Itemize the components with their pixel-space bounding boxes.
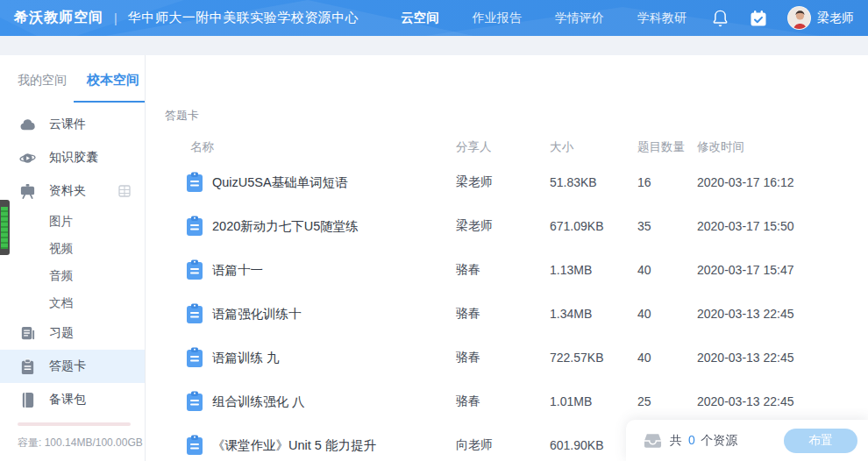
table-row[interactable]: 语篇强化训练十 骆春 1.34MB 40 2020-03-13 22:45 [165, 292, 868, 336]
row-modified-time: 2020-03-13 22:45 [697, 307, 868, 321]
row-size: 601.90KB [550, 438, 637, 452]
active-tab-underline [74, 101, 145, 103]
row-sharer: 骆春 [456, 350, 550, 365]
user-avatar[interactable] [787, 6, 811, 30]
storage-capacity-text: 容量: 100.14MB/100.00GB [18, 436, 131, 450]
answer-sheet-doc-icon [186, 216, 203, 237]
answer-sheet-doc-icon [186, 435, 203, 456]
edge-widget-stripes [1, 207, 8, 249]
sidebar-subitem-label: 图片 [49, 214, 73, 230]
row-modified-time: 2020-03-17 15:50 [697, 219, 868, 233]
count-prefix: 共 [670, 433, 682, 447]
app-logo: 希沃教师空间 [14, 9, 103, 27]
row-size: 51.83KB [550, 175, 637, 189]
answer-sheet-icon [19, 358, 36, 375]
table-row[interactable]: 2020新动力七下U5随堂练 梁老师 671.09KB 35 2020-03-1… [165, 204, 868, 248]
row-name: 2020新动力七下U5随堂练 [212, 218, 359, 235]
sidebar-menu: 云课件 知识胶囊 资料夹 图片 [0, 103, 145, 416]
column-header-sharer: 分享人 [456, 139, 550, 155]
table-row[interactable]: QuizU5SA基础单词短语 梁老师 51.83KB 16 2020-03-17… [165, 160, 868, 204]
count-suffix: 个资源 [701, 433, 738, 447]
row-sharer: 骆春 [456, 306, 550, 322]
row-name: 《课堂作业》Unit 5 能力提升 [212, 437, 376, 454]
main-area: 我的空间 校本空间 云课件 知识胶囊 资料夹 [0, 55, 868, 461]
sidebar-item-images[interactable]: 图片 [0, 208, 145, 235]
row-name: 语篇训练 九 [212, 350, 280, 366]
exercise-icon [19, 325, 36, 342]
row-sharer: 骆春 [456, 394, 550, 409]
row-question-count: 16 [637, 175, 697, 189]
username-label[interactable]: 梁老师 [817, 11, 854, 26]
row-sharer: 向老师 [456, 437, 550, 453]
row-name: 语篇十一 [212, 262, 263, 279]
answer-sheet-doc-icon [186, 391, 203, 412]
column-header-size: 大小 [550, 139, 637, 155]
sidebar-item-label: 习题 [49, 325, 74, 341]
screen-edge-widget[interactable] [0, 200, 10, 255]
table-header: 名称 分享人 大小 题目数量 修改时间 [165, 139, 868, 155]
sidebar-item-label: 备课包 [49, 392, 86, 408]
row-size: 1.13MB [550, 263, 637, 277]
row-size: 1.34MB [550, 307, 637, 321]
row-question-count: 40 [637, 307, 697, 321]
assign-button[interactable]: 布置 [784, 429, 857, 453]
school-name: 华中师大一附中美联实验学校资源中心 [128, 10, 359, 26]
row-size: 722.57KB [550, 351, 637, 365]
lesson-pack-icon [19, 392, 36, 408]
calendar-check-icon[interactable] [749, 9, 768, 28]
top-navbar: 希沃教师空间 | 华中师大一附中美联实验学校资源中心 云空间 作业报告 学情评价… [0, 0, 868, 36]
sidebar: 我的空间 校本空间 云课件 知识胶囊 资料夹 [0, 55, 146, 461]
row-sharer: 梁老师 [456, 174, 550, 190]
row-question-count: 25 [637, 394, 697, 408]
sidebar-item-videos[interactable]: 视频 [0, 235, 145, 262]
nav-subject-research[interactable]: 学科教研 [637, 11, 687, 26]
nav-homework-report[interactable]: 作业报告 [473, 11, 522, 26]
sidebar-item-exercises[interactable]: 习题 [0, 316, 145, 350]
sidebar-item-label: 答题卡 [49, 358, 86, 374]
row-question-count: 40 [637, 263, 697, 277]
nav-learning-evaluation[interactable]: 学情评价 [555, 11, 604, 26]
inbox-icon [644, 433, 662, 449]
column-header-modified-time: 修改时间 [697, 139, 868, 155]
row-question-count: 35 [637, 219, 697, 233]
sidebar-item-documents[interactable]: 文档 [0, 289, 145, 316]
row-sharer: 梁老师 [456, 218, 550, 234]
storage-footer: 容量: 100.14MB/100.00GB [0, 422, 145, 461]
table-row[interactable]: 组合训练强化 八 骆春 1.01MB 25 2020-03-13 22:45 [165, 379, 868, 423]
capacity-value: 100.14MB/100.00GB [45, 436, 143, 449]
sidebar-item-material-folder[interactable]: 资料夹 [0, 174, 145, 208]
row-sharer: 骆春 [456, 262, 550, 278]
sidebar-item-audio[interactable]: 音频 [0, 262, 145, 289]
sidebar-item-cloud-courseware[interactable]: 云课件 [0, 108, 145, 141]
sidebar-item-knowledge-capsule[interactable]: 知识胶囊 [0, 141, 145, 174]
answer-sheet-doc-icon [186, 172, 203, 193]
row-modified-time: 2020-03-17 16:12 [697, 175, 868, 189]
table-row[interactable]: 语篇训练 九 骆春 722.57KB 40 2020-03-13 22:45 [165, 336, 868, 379]
bell-icon[interactable] [710, 9, 729, 28]
content-panel: 答题卡 名称 分享人 大小 题目数量 修改时间 QuizU5SA基础单词短语 梁… [146, 55, 868, 461]
grid-view-icon[interactable] [118, 185, 131, 197]
answer-sheet-doc-icon [186, 259, 203, 280]
capacity-label: 容量: [18, 436, 41, 449]
tab-my-space[interactable]: 我的空间 [18, 73, 67, 103]
row-name: 语篇强化训练十 [212, 306, 302, 323]
row-name: 组合训练强化 八 [212, 394, 305, 410]
sidebar-item-lesson-pack[interactable]: 备课包 [0, 383, 145, 416]
row-modified-time: 2020-03-17 15:47 [697, 263, 868, 277]
top-nav: 云空间 作业报告 学情评价 学科教研 [401, 10, 687, 26]
material-board-icon [19, 183, 36, 200]
resource-count-text: 共 0 个资源 [670, 433, 738, 449]
resource-count: 0 [688, 433, 695, 447]
sidebar-item-answer-sheet[interactable]: 答题卡 [0, 350, 145, 383]
answer-sheet-doc-icon [186, 347, 203, 368]
breadcrumb: 答题卡 [165, 55, 868, 124]
storage-capacity-bar [18, 422, 131, 426]
space-tabs: 我的空间 校本空间 [0, 55, 145, 103]
table-body: QuizU5SA基础单词短语 梁老师 51.83KB 16 2020-03-17… [165, 160, 868, 461]
tab-school-space[interactable]: 校本空间 [87, 72, 139, 103]
assign-bar: 共 0 个资源 布置 [626, 420, 868, 461]
nav-cloud-space[interactable]: 云空间 [401, 10, 439, 26]
row-size: 1.01MB [550, 394, 637, 408]
row-modified-time: 2020-03-13 22:45 [697, 351, 868, 365]
table-row[interactable]: 语篇十一 骆春 1.13MB 40 2020-03-17 15:47 [165, 248, 868, 292]
